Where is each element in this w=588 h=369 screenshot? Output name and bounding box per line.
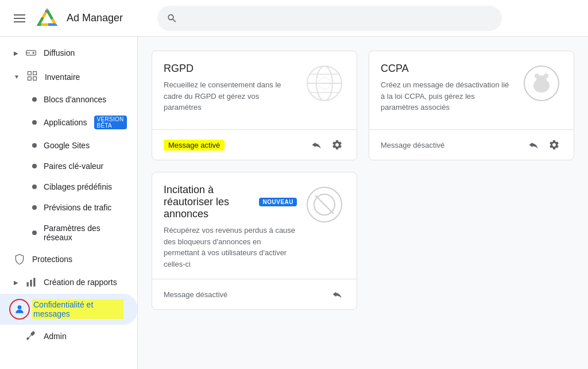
svg-point-22: [535, 74, 539, 78]
sidebar-item-confidentialite[interactable]: Confidentialité et messages: [0, 294, 137, 325]
svg-rect-10: [30, 280, 32, 287]
svg-line-26: [315, 195, 334, 214]
dot-icon: [32, 230, 37, 235]
svg-rect-5: [28, 72, 31, 75]
chevron-right-icon: ▶: [14, 279, 18, 286]
logo-icon: [37, 8, 57, 29]
sidebar-label-rapports: Création de rapports: [44, 278, 117, 287]
inventaire-icon: [26, 70, 38, 83]
dot-icon: [32, 164, 37, 168]
svg-point-23: [544, 74, 548, 78]
ccpa-card: CCPA Créez un message de désactivation l…: [369, 51, 574, 160]
svg-point-4: [33, 52, 34, 53]
ccpa-footer-actions: [525, 137, 562, 153]
ccpa-illustration: [521, 63, 562, 104]
sidebar-item-protections[interactable]: Protections: [0, 248, 137, 271]
rgpd-card-title: RGPD: [164, 63, 297, 75]
dot-icon: [32, 120, 37, 125]
rgpd-footer-actions: [308, 137, 345, 153]
rgpd-login-icon-btn[interactable]: [308, 137, 324, 153]
ccpa-card-title: CCPA: [381, 63, 514, 75]
hamburger-menu[interactable]: [9, 10, 30, 27]
app-title: Ad Manager: [67, 12, 123, 24]
svg-rect-6: [33, 72, 37, 75]
sidebar-label-admin: Admin: [44, 332, 67, 341]
svg-rect-7: [28, 77, 31, 80]
cards-grid: RGPD Recueillez le consentement dans le …: [152, 51, 574, 310]
sidebar-item-inventaire[interactable]: ▼ Inventaire: [0, 64, 137, 89]
search-input[interactable]: [182, 13, 493, 24]
search-bar[interactable]: [157, 6, 502, 31]
new-badge: NOUVEAU: [259, 198, 297, 206]
topbar-left: Ad Manager: [9, 8, 123, 29]
sidebar: ▶ Diffusion ▼ Inventaire Blocs d'annonce…: [0, 37, 138, 369]
sidebar-label-previsions: Prévisions de trafic: [44, 203, 111, 212]
rgpd-settings-icon-btn[interactable]: [329, 137, 345, 153]
rgpd-status: Message activé: [164, 140, 225, 151]
shield-icon: [14, 253, 25, 265]
sidebar-item-previsions[interactable]: Prévisions de trafic: [0, 197, 137, 218]
svg-point-12: [18, 305, 22, 309]
ccpa-card-text: CCPA Créez un message de désactivation l…: [381, 63, 514, 120]
rgpd-card-desc: Recueillez le consentement dans le cadre…: [164, 79, 297, 113]
svg-rect-11: [33, 278, 35, 287]
search-icon: [167, 13, 177, 24]
sidebar-item-blocs-annonces[interactable]: Blocs d'annonces: [0, 89, 137, 110]
sidebar-label-ciblages: Ciblages prédéfinis: [44, 182, 112, 191]
incitation-card-footer: Message désactivé: [152, 279, 357, 309]
sidebar-label-confidentialite: Confidentialité et messages: [32, 299, 123, 319]
content-area: RGPD Recueillez le consentement dans le …: [138, 37, 588, 369]
sidebar-item-admin[interactable]: ▶ Admin: [0, 325, 137, 348]
chevron-down-icon: ▼: [14, 74, 20, 80]
sidebar-item-paires[interactable]: Paires clé-valeur: [0, 156, 137, 176]
incitation-card: Incitation à réautoriser les annonces NO…: [152, 172, 357, 310]
rgpd-card-text: RGPD Recueillez le consentement dans le …: [164, 63, 297, 120]
ccpa-status: Message désactivé: [381, 141, 444, 149]
sidebar-item-ciblages[interactable]: Ciblages prédéfinis: [0, 176, 137, 197]
rgpd-illustration: [304, 63, 345, 104]
dot-icon: [32, 184, 37, 189]
rgpd-card-body: RGPD Recueillez le consentement dans le …: [152, 51, 357, 120]
incitation-card-text: Incitation à réautoriser les annonces NO…: [164, 184, 297, 270]
incitation-card-desc: Récupérez vos revenus perdus à cause des…: [164, 225, 297, 270]
topbar: Ad Manager: [0, 0, 588, 37]
chart-icon: [25, 276, 37, 288]
svg-rect-9: [27, 282, 29, 287]
sidebar-label-protections: Protections: [32, 255, 72, 264]
chevron-right-icon: ▶: [14, 50, 18, 56]
sidebar-item-parametres[interactable]: Paramètres des réseaux: [0, 218, 137, 248]
incitation-login-icon-btn[interactable]: [329, 286, 345, 302]
dot-icon: [32, 205, 37, 210]
beta-badge: VERSION BÊTA: [94, 116, 127, 129]
ccpa-card-footer: Message désactivé: [369, 129, 574, 160]
incitation-card-body: Incitation à réautoriser les annonces NO…: [152, 172, 357, 270]
main-layout: ▶ Diffusion ▼ Inventaire Blocs d'annonce…: [0, 37, 588, 369]
sidebar-label-diffusion: Diffusion: [44, 48, 75, 57]
ccpa-card-desc: Créez un message de désactivation lié à …: [381, 79, 514, 113]
ccpa-card-body: CCPA Créez un message de désactivation l…: [369, 51, 574, 120]
sidebar-label-blocs: Blocs d'annonces: [44, 95, 106, 104]
rgpd-card: RGPD Recueillez le consentement dans le …: [152, 51, 357, 160]
rgpd-card-footer: Message activé: [152, 129, 357, 160]
incitation-status: Message désactivé: [164, 290, 227, 299]
sidebar-item-diffusion[interactable]: ▶ Diffusion: [0, 41, 137, 64]
sidebar-item-rapports[interactable]: ▶ Création de rapports: [0, 271, 137, 294]
ccpa-login-icon-btn[interactable]: [525, 137, 541, 153]
person-icon: [14, 303, 25, 315]
diffusion-icon: [25, 47, 37, 59]
ccpa-settings-icon-btn[interactable]: [546, 137, 562, 153]
sidebar-item-google-sites[interactable]: Google Sites: [0, 135, 137, 156]
svg-rect-8: [33, 77, 37, 80]
sidebar-label-google-sites: Google Sites: [44, 141, 90, 150]
dot-icon: [32, 143, 37, 148]
incitation-card-title: Incitation à réautoriser les annonces NO…: [164, 184, 297, 220]
incitation-illustration: [304, 184, 345, 225]
incitation-footer-actions: [329, 286, 345, 302]
sidebar-item-applications[interactable]: Applications VERSION BÊTA: [0, 110, 137, 135]
wrench-icon: [25, 330, 37, 342]
sidebar-label-inventaire: Inventaire: [45, 72, 80, 82]
sidebar-label-parametres: Paramètres des réseaux: [44, 224, 123, 242]
dot-icon: [32, 97, 37, 102]
sidebar-label-applications: Applications: [44, 118, 87, 127]
sidebar-label-paires: Paires clé-valeur: [44, 162, 103, 171]
